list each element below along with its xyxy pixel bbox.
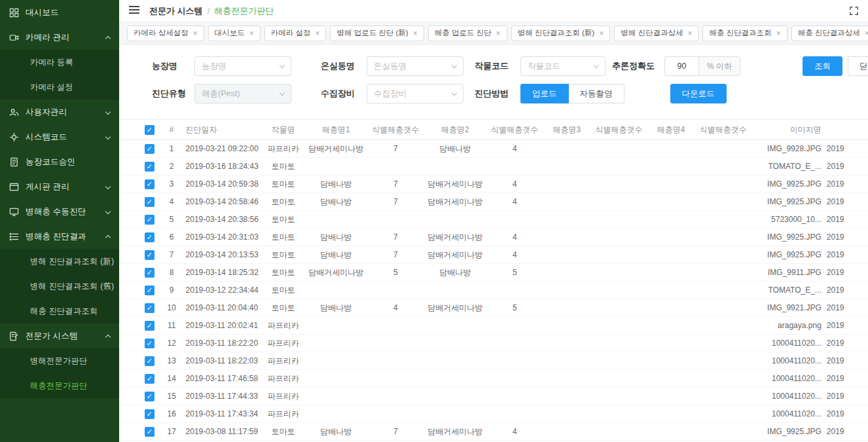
sidebar-item-11[interactable]: 병해 진단결과조회 (新) [0,249,119,274]
row-checkbox[interactable]: ✓ [145,285,154,295]
download-button[interactable]: 다운로드 [670,84,727,103]
row-checkbox[interactable]: ✓ [145,321,154,331]
sidebar-item-7[interactable]: 농장코드승인 [0,149,119,174]
sidebar-item-label: 카메라 관리 [26,32,69,43]
table-cell: 2019-03-21 09:22:00 [183,144,264,153]
table-cell: 4 [369,303,422,312]
upload-method-button[interactable]: 업로드 [520,84,569,103]
row-checkbox[interactable]: ✓ [145,162,154,172]
row-checkbox[interactable]: ✓ [145,144,154,154]
table-cell: 7 [369,250,422,259]
table-row: ✓62019-03-14 20:31:03토마토담배나방7담배거세미나방4IMG… [119,229,868,246]
expert-icon [9,331,19,341]
table-cell: IMG_9911.JPG [750,268,824,277]
sidebar-item-label: 전문가 시스템 [26,331,78,342]
select-all-checkbox[interactable]: ✓ [145,125,154,135]
table-row: ✓82019-03-14 18:25:32토마토담배거세미나방5담배나방5IMG… [119,264,868,282]
sidebar-item-6[interactable]: 시스템코드 [0,124,119,149]
table-cell: IMG_9925.JPG [750,250,824,259]
sidebar-item-5[interactable]: 사용자관리 [0,100,119,124]
header-col-4: 작물명 [263,124,303,136]
row-checkbox[interactable]: ✓ [145,303,154,313]
sidebar-item-9[interactable]: 병해충 수동진단 [0,199,119,224]
sidebar-item-3[interactable]: 카메라 등록 [0,50,119,75]
row-checkbox[interactable]: ✓ [145,268,154,278]
close-icon[interactable]: × [496,29,501,37]
device-select[interactable]: 수집장비 [367,84,463,103]
tab-8[interactable]: 해충 진단결과조회× [702,26,787,41]
tab-5[interactable]: 해충 업로드 진단× [428,26,507,41]
crop-code-select[interactable]: 작물코드 [520,56,606,76]
sidebar-item-15[interactable]: 병해전문가판단 [0,348,119,373]
table-cell: 1 [160,144,183,153]
table-cell: 2019-03-11 20:04:40 [183,303,264,312]
accuracy-input[interactable] [664,56,698,76]
tab-label: 병해 업로드 진단 (新) [336,28,408,38]
users-icon [9,107,19,117]
table-cell: 2019 [824,179,868,189]
sidebar-item-4[interactable]: 카메라 설정 [0,75,119,100]
auto-capture-method-button[interactable]: 자동촬영 [569,84,624,103]
close-icon[interactable]: × [315,29,319,37]
sidebar-item-8[interactable]: 게시판 관리 [0,174,119,199]
row-checkbox[interactable]: ✓ [145,197,154,207]
row-checkbox[interactable]: ✓ [145,356,154,366]
close-icon[interactable]: × [599,29,604,37]
table-row: ✓12019-03-21 09:22:00파프리카담배거세미나방7담배나방4IM… [119,140,868,158]
table-cell: 3 [160,179,183,189]
greenhouse-select[interactable]: 온실동명 [367,56,463,76]
table-cell: 토마토 [263,161,303,172]
close-icon[interactable]: × [865,29,868,37]
row-checkbox[interactable]: ✓ [145,179,154,189]
fullscreen-icon[interactable] [849,6,859,16]
sidebar-item-12[interactable]: 병해 진단결과조회 (舊) [0,274,119,299]
sidebar-item-10[interactable]: 병해충 진단결과 [0,224,119,249]
sidebar-item-label: 대시보드 [26,7,59,18]
table-row: ✓172019-03-08 11:17:59토마토담배나방7담배거세미나방4IM… [119,423,868,441]
table-cell: 5 [488,303,541,312]
sidebar-item-14[interactable]: 전문가 시스템 [0,323,119,348]
menu-icon[interactable] [128,5,140,17]
table-cell: 2019 [824,356,868,365]
tab-9[interactable]: 해충 진단결과상세× [791,26,868,41]
close-icon[interactable]: × [249,29,254,37]
sidebar-item-13[interactable]: 해충 진단결과조회 [0,299,119,323]
close-icon[interactable]: × [776,29,781,37]
tab-3[interactable]: 카메라 설정× [264,26,327,41]
row-checkbox-cell: ✓ [139,374,160,384]
row-checkbox[interactable]: ✓ [145,374,154,384]
row-checkbox[interactable]: ✓ [145,427,154,437]
tab-7[interactable]: 병해 진단결과상세× [614,26,698,41]
close-icon[interactable]: × [193,29,198,37]
diagnosis-type-select[interactable]: 해충(Pest) [194,84,291,103]
close-icon[interactable]: × [413,29,418,37]
table-cell: 2019 [824,250,868,259]
close-button[interactable]: 닫기 [848,56,868,76]
table-cell: 14 [160,374,183,383]
sidebar-item-2[interactable]: 카메라 관리 [0,25,119,50]
tab-4[interactable]: 병해 업로드 진단 (新)× [330,26,424,41]
row-checkbox[interactable]: ✓ [145,339,154,348]
row-checkbox[interactable]: ✓ [145,232,154,242]
tab-label: 해충 진단결과조회 [709,28,771,38]
greenhouse-label: 온실동명 [321,60,367,72]
sidebar-item-16[interactable]: 해충전문가판단 [0,373,119,398]
table-cell: 7 [369,427,422,436]
tab-6[interactable]: 병해 진단결과조회 (新)× [511,26,611,41]
tab-label: 병해 진단결과상세 [621,28,683,38]
sidebar-item-1[interactable]: 대시보드 [0,0,119,25]
device-select-value: 수집장비 [374,88,452,100]
chevron-down-icon [105,209,111,214]
search-button[interactable]: 조회 [803,56,842,76]
monitor-icon [9,207,19,217]
row-checkbox[interactable]: ✓ [145,392,154,401]
row-checkbox[interactable]: ✓ [145,409,154,419]
tab-2[interactable]: 대시보드× [208,26,261,41]
row-checkbox[interactable]: ✓ [145,250,154,260]
sidebar-item-label: 병해충 수동진단 [26,206,86,217]
table-body: ✓12019-03-21 09:22:00파프리카담배거세미나방7담배나방4IM… [119,140,868,441]
farm-select[interactable]: 농장명 [194,56,291,76]
row-checkbox[interactable]: ✓ [145,215,154,225]
close-icon[interactable]: × [687,29,692,37]
tab-1[interactable]: 카메라 상세설정× [127,26,204,41]
